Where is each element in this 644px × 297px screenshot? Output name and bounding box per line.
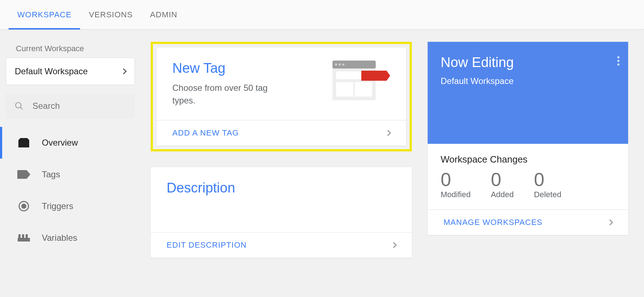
chevron-right-icon (391, 242, 397, 248)
stat-added-label: Added (491, 190, 514, 199)
stat-deleted-label: Deleted (534, 190, 561, 199)
now-editing-subtitle: Default Workspace (441, 76, 615, 86)
svg-point-0 (16, 102, 21, 108)
workspace-selector-value: Default Workspace (15, 66, 88, 76)
edit-description-label: EDIT DESCRIPTION (167, 240, 247, 250)
new-tag-title: New Tag (172, 61, 281, 76)
svg-rect-6 (18, 234, 21, 238)
sidebar-item-tags[interactable]: Tags (0, 159, 141, 190)
svg-rect-5 (18, 238, 30, 241)
chevron-right-icon (121, 68, 127, 75)
stat-added: 0 Added (491, 169, 514, 199)
svg-point-12 (342, 63, 344, 66)
svg-point-11 (339, 63, 341, 66)
stat-added-count: 0 (491, 169, 514, 190)
new-tag-card: New Tag Choose from over 50 tag types. (156, 48, 406, 146)
stat-modified-label: Modified (441, 190, 471, 199)
tab-admin[interactable]: ADMIN (141, 0, 186, 30)
chevron-right-icon (607, 220, 613, 226)
manage-workspaces-label: MANAGE WORKSPACES (444, 218, 543, 227)
workspace-changes-title: Workspace Changes (441, 154, 615, 165)
sidebar-item-overview[interactable]: Overview (0, 127, 141, 159)
svg-rect-7 (22, 234, 24, 238)
tab-workspace[interactable]: WORKSPACE (9, 0, 80, 30)
sidebar-item-label: Variables (42, 233, 77, 243)
sidebar-item-variables[interactable]: Variables (0, 222, 141, 254)
more-menu-icon[interactable] (617, 55, 619, 67)
tab-versions[interactable]: VERSIONS (80, 0, 141, 30)
svg-rect-16 (355, 82, 372, 97)
search-icon (14, 101, 24, 111)
svg-line-1 (20, 107, 22, 109)
tag-icon (17, 169, 30, 180)
now-editing-title: Now Editing (441, 55, 615, 70)
sidebar-item-label: Overview (42, 138, 78, 148)
stat-modified-count: 0 (441, 169, 471, 190)
svg-rect-15 (336, 82, 353, 97)
workspace-selector[interactable]: Default Workspace (6, 58, 135, 85)
chevron-right-icon (385, 130, 391, 136)
description-title: Description (167, 180, 396, 196)
svg-rect-8 (26, 234, 28, 238)
variable-icon (17, 232, 30, 243)
add-new-tag-button[interactable]: ADD A NEW TAG (156, 120, 406, 146)
description-card: Description EDIT DESCRIPTION (151, 167, 412, 258)
edit-description-button[interactable]: EDIT DESCRIPTION (151, 232, 412, 258)
svg-point-10 (335, 63, 337, 66)
main-content: New Tag Choose from over 50 tag types. (141, 30, 644, 270)
stat-deleted: 0 Deleted (534, 169, 561, 199)
stat-modified: 0 Modified (441, 169, 471, 199)
search-box[interactable] (6, 94, 135, 118)
sidebar-item-label: Tags (42, 169, 60, 179)
tag-illustration-icon (332, 61, 390, 100)
overview-icon (17, 137, 30, 148)
sidebar-item-label: Triggers (42, 201, 73, 211)
sidebar: Current Workspace Default Workspace Over… (0, 30, 141, 270)
top-nav: WORKSPACE VERSIONS ADMIN (0, 0, 644, 30)
new-tag-highlight: New Tag Choose from over 50 tag types. (151, 42, 412, 151)
search-input[interactable] (32, 101, 140, 111)
manage-workspaces-button[interactable]: MANAGE WORKSPACES (428, 209, 628, 235)
add-new-tag-label: ADD A NEW TAG (172, 128, 239, 138)
sidebar-item-triggers[interactable]: Triggers (0, 190, 141, 222)
stat-deleted-count: 0 (534, 169, 561, 190)
svg-point-4 (21, 204, 26, 209)
trigger-icon (17, 201, 30, 212)
now-editing-card: Now Editing Default Workspace Workspace … (428, 42, 628, 235)
new-tag-subtitle: Choose from over 50 tag types. (172, 82, 281, 107)
current-workspace-label: Current Workspace (0, 44, 141, 58)
svg-rect-2 (20, 138, 28, 140)
